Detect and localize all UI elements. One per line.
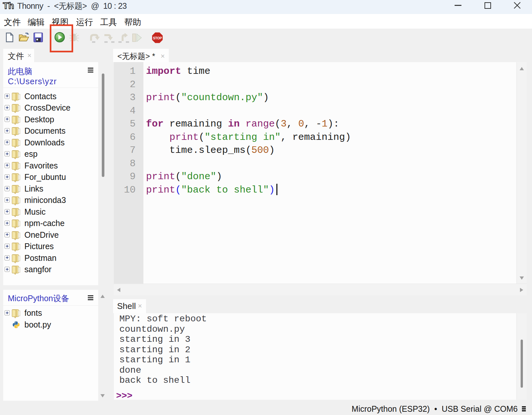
svg-text:Th: Th — [3, 1, 14, 11]
svg-text:STOP: STOP — [153, 36, 162, 40]
